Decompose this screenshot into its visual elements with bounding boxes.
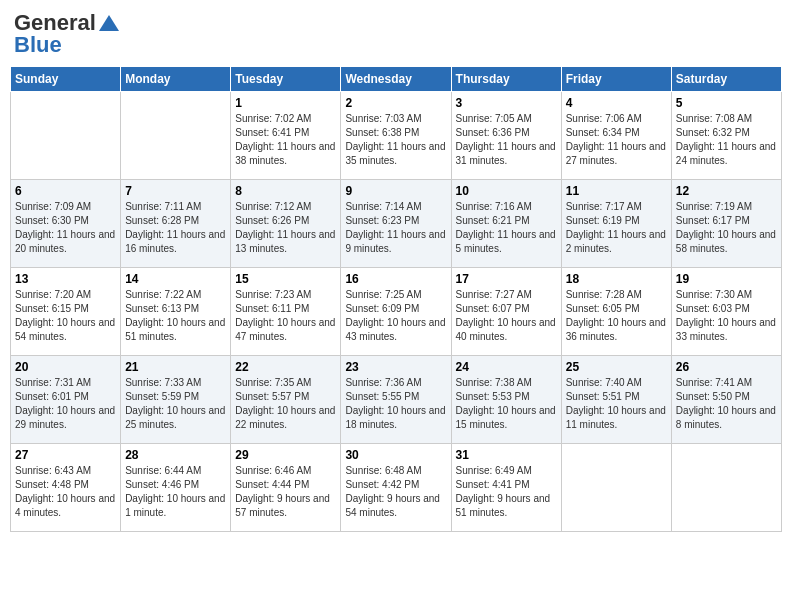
calendar-cell: 24Sunrise: 7:38 AMSunset: 5:53 PMDayligh… [451, 356, 561, 444]
column-header-thursday: Thursday [451, 67, 561, 92]
calendar-cell [11, 92, 121, 180]
calendar-cell: 23Sunrise: 7:36 AMSunset: 5:55 PMDayligh… [341, 356, 451, 444]
logo-blue-part: Blue [14, 32, 62, 58]
day-number: 15 [235, 272, 336, 286]
day-number: 7 [125, 184, 226, 198]
day-info: Sunrise: 7:19 AMSunset: 6:17 PMDaylight:… [676, 200, 777, 256]
day-number: 21 [125, 360, 226, 374]
day-info: Sunrise: 7:22 AMSunset: 6:13 PMDaylight:… [125, 288, 226, 344]
day-info: Sunrise: 7:11 AMSunset: 6:28 PMDaylight:… [125, 200, 226, 256]
day-info: Sunrise: 7:23 AMSunset: 6:11 PMDaylight:… [235, 288, 336, 344]
calendar-cell: 9Sunrise: 7:14 AMSunset: 6:23 PMDaylight… [341, 180, 451, 268]
calendar-cell: 28Sunrise: 6:44 AMSunset: 4:46 PMDayligh… [121, 444, 231, 532]
calendar-week-row: 13Sunrise: 7:20 AMSunset: 6:15 PMDayligh… [11, 268, 782, 356]
day-number: 17 [456, 272, 557, 286]
day-info: Sunrise: 7:31 AMSunset: 6:01 PMDaylight:… [15, 376, 116, 432]
day-number: 31 [456, 448, 557, 462]
day-info: Sunrise: 7:16 AMSunset: 6:21 PMDaylight:… [456, 200, 557, 256]
day-number: 14 [125, 272, 226, 286]
column-header-saturday: Saturday [671, 67, 781, 92]
day-info: Sunrise: 7:36 AMSunset: 5:55 PMDaylight:… [345, 376, 446, 432]
calendar-cell: 2Sunrise: 7:03 AMSunset: 6:38 PMDaylight… [341, 92, 451, 180]
day-info: Sunrise: 7:38 AMSunset: 5:53 PMDaylight:… [456, 376, 557, 432]
day-info: Sunrise: 7:03 AMSunset: 6:38 PMDaylight:… [345, 112, 446, 168]
calendar-cell: 6Sunrise: 7:09 AMSunset: 6:30 PMDaylight… [11, 180, 121, 268]
day-info: Sunrise: 7:41 AMSunset: 5:50 PMDaylight:… [676, 376, 777, 432]
column-header-tuesday: Tuesday [231, 67, 341, 92]
calendar-cell: 12Sunrise: 7:19 AMSunset: 6:17 PMDayligh… [671, 180, 781, 268]
day-number: 25 [566, 360, 667, 374]
calendar-cell: 27Sunrise: 6:43 AMSunset: 4:48 PMDayligh… [11, 444, 121, 532]
day-info: Sunrise: 7:17 AMSunset: 6:19 PMDaylight:… [566, 200, 667, 256]
day-info: Sunrise: 7:30 AMSunset: 6:03 PMDaylight:… [676, 288, 777, 344]
calendar-cell: 14Sunrise: 7:22 AMSunset: 6:13 PMDayligh… [121, 268, 231, 356]
day-number: 24 [456, 360, 557, 374]
day-number: 26 [676, 360, 777, 374]
day-info: Sunrise: 6:46 AMSunset: 4:44 PMDaylight:… [235, 464, 336, 520]
calendar-cell: 17Sunrise: 7:27 AMSunset: 6:07 PMDayligh… [451, 268, 561, 356]
calendar-cell: 25Sunrise: 7:40 AMSunset: 5:51 PMDayligh… [561, 356, 671, 444]
calendar-cell: 21Sunrise: 7:33 AMSunset: 5:59 PMDayligh… [121, 356, 231, 444]
calendar-cell [671, 444, 781, 532]
day-info: Sunrise: 7:12 AMSunset: 6:26 PMDaylight:… [235, 200, 336, 256]
calendar-cell: 26Sunrise: 7:41 AMSunset: 5:50 PMDayligh… [671, 356, 781, 444]
day-number: 27 [15, 448, 116, 462]
calendar-header-row: SundayMondayTuesdayWednesdayThursdayFrid… [11, 67, 782, 92]
calendar-cell [121, 92, 231, 180]
day-info: Sunrise: 7:20 AMSunset: 6:15 PMDaylight:… [15, 288, 116, 344]
calendar-cell: 11Sunrise: 7:17 AMSunset: 6:19 PMDayligh… [561, 180, 671, 268]
calendar-cell: 29Sunrise: 6:46 AMSunset: 4:44 PMDayligh… [231, 444, 341, 532]
day-info: Sunrise: 7:06 AMSunset: 6:34 PMDaylight:… [566, 112, 667, 168]
calendar-cell: 30Sunrise: 6:48 AMSunset: 4:42 PMDayligh… [341, 444, 451, 532]
day-info: Sunrise: 7:09 AMSunset: 6:30 PMDaylight:… [15, 200, 116, 256]
day-number: 20 [15, 360, 116, 374]
day-info: Sunrise: 7:33 AMSunset: 5:59 PMDaylight:… [125, 376, 226, 432]
calendar-week-row: 20Sunrise: 7:31 AMSunset: 6:01 PMDayligh… [11, 356, 782, 444]
day-number: 13 [15, 272, 116, 286]
page-header: General Blue [10, 10, 782, 58]
day-number: 11 [566, 184, 667, 198]
calendar-cell: 31Sunrise: 6:49 AMSunset: 4:41 PMDayligh… [451, 444, 561, 532]
day-info: Sunrise: 7:08 AMSunset: 6:32 PMDaylight:… [676, 112, 777, 168]
day-number: 8 [235, 184, 336, 198]
day-number: 9 [345, 184, 446, 198]
calendar-cell: 7Sunrise: 7:11 AMSunset: 6:28 PMDaylight… [121, 180, 231, 268]
calendar-cell: 3Sunrise: 7:05 AMSunset: 6:36 PMDaylight… [451, 92, 561, 180]
calendar-cell: 5Sunrise: 7:08 AMSunset: 6:32 PMDaylight… [671, 92, 781, 180]
day-number: 6 [15, 184, 116, 198]
day-info: Sunrise: 6:44 AMSunset: 4:46 PMDaylight:… [125, 464, 226, 520]
calendar-cell: 13Sunrise: 7:20 AMSunset: 6:15 PMDayligh… [11, 268, 121, 356]
day-info: Sunrise: 7:27 AMSunset: 6:07 PMDaylight:… [456, 288, 557, 344]
calendar-cell: 10Sunrise: 7:16 AMSunset: 6:21 PMDayligh… [451, 180, 561, 268]
day-info: Sunrise: 7:40 AMSunset: 5:51 PMDaylight:… [566, 376, 667, 432]
day-number: 29 [235, 448, 336, 462]
logo-triangle-icon [98, 14, 120, 32]
calendar-cell: 15Sunrise: 7:23 AMSunset: 6:11 PMDayligh… [231, 268, 341, 356]
day-info: Sunrise: 7:14 AMSunset: 6:23 PMDaylight:… [345, 200, 446, 256]
calendar-cell: 4Sunrise: 7:06 AMSunset: 6:34 PMDaylight… [561, 92, 671, 180]
calendar-week-row: 27Sunrise: 6:43 AMSunset: 4:48 PMDayligh… [11, 444, 782, 532]
day-number: 10 [456, 184, 557, 198]
column-header-wednesday: Wednesday [341, 67, 451, 92]
calendar-week-row: 1Sunrise: 7:02 AMSunset: 6:41 PMDaylight… [11, 92, 782, 180]
calendar-cell [561, 444, 671, 532]
svg-marker-0 [99, 15, 119, 31]
day-info: Sunrise: 7:02 AMSunset: 6:41 PMDaylight:… [235, 112, 336, 168]
column-header-friday: Friday [561, 67, 671, 92]
column-header-monday: Monday [121, 67, 231, 92]
column-header-sunday: Sunday [11, 67, 121, 92]
day-number: 4 [566, 96, 667, 110]
calendar-cell: 22Sunrise: 7:35 AMSunset: 5:57 PMDayligh… [231, 356, 341, 444]
calendar-cell: 8Sunrise: 7:12 AMSunset: 6:26 PMDaylight… [231, 180, 341, 268]
day-number: 19 [676, 272, 777, 286]
day-number: 2 [345, 96, 446, 110]
day-number: 1 [235, 96, 336, 110]
day-info: Sunrise: 6:43 AMSunset: 4:48 PMDaylight:… [15, 464, 116, 520]
day-number: 16 [345, 272, 446, 286]
calendar-cell: 19Sunrise: 7:30 AMSunset: 6:03 PMDayligh… [671, 268, 781, 356]
day-info: Sunrise: 7:28 AMSunset: 6:05 PMDaylight:… [566, 288, 667, 344]
calendar-cell: 20Sunrise: 7:31 AMSunset: 6:01 PMDayligh… [11, 356, 121, 444]
day-info: Sunrise: 6:48 AMSunset: 4:42 PMDaylight:… [345, 464, 446, 520]
day-number: 28 [125, 448, 226, 462]
day-info: Sunrise: 7:05 AMSunset: 6:36 PMDaylight:… [456, 112, 557, 168]
